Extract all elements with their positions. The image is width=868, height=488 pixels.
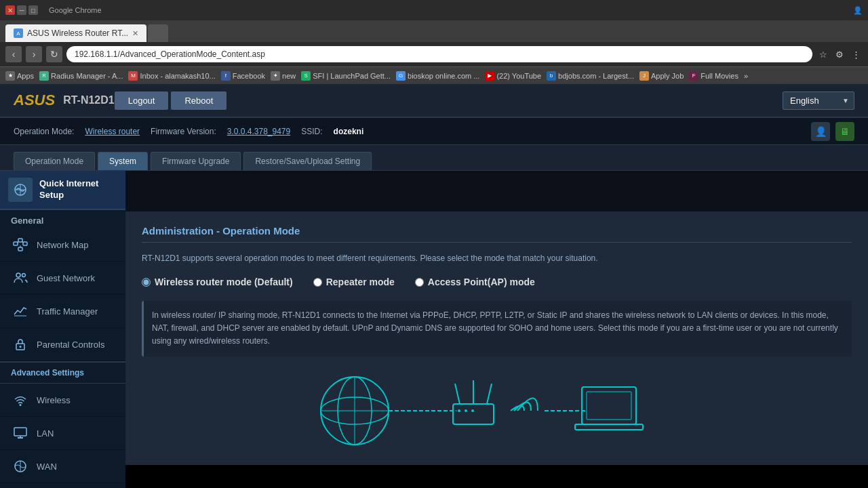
svg-point-10: [16, 273, 20, 277]
radio-wireless-router[interactable]: Wireless router mode (Default): [142, 277, 293, 287]
minimize-btn[interactable]: ─: [17, 5, 26, 15]
forward-btn[interactable]: ›: [26, 46, 42, 62]
network-icon[interactable]: 🖥: [835, 122, 854, 141]
bm-movies[interactable]: F Full Movies: [689, 71, 738, 81]
facebook-icon: f: [221, 71, 231, 81]
svg-rect-16: [14, 428, 26, 436]
youtube-icon: ▶: [485, 71, 494, 81]
refresh-btn[interactable]: ↻: [46, 46, 62, 62]
address-bar[interactable]: [66, 46, 812, 62]
radius-icon: R: [39, 71, 49, 81]
ssid-value: dozekni: [334, 127, 364, 136]
bm-radius[interactable]: R Radius Manager - A...: [39, 71, 123, 81]
quick-internet-setup[interactable]: Quick InternetSetup: [0, 171, 125, 210]
fw-value[interactable]: 3.0.0.4.378_9479: [227, 127, 290, 136]
guest-network-icon: [11, 268, 30, 287]
maximize-btn[interactable]: □: [28, 5, 38, 15]
mode-description: In wireless router/ IP sharing mode, RT-…: [142, 301, 852, 357]
svg-point-11: [22, 274, 26, 277]
sidebar-item-ipv6[interactable]: IPv6 IPv6: [0, 483, 125, 488]
sidebar-item-wan[interactable]: WAN: [0, 450, 125, 483]
applyjob-icon: J: [639, 71, 649, 81]
menu-btn[interactable]: ⋮: [849, 47, 863, 61]
router-icon: [453, 380, 494, 424]
ssid-label: SSID:: [301, 127, 322, 136]
bm-youtube[interactable]: ▶ (22) YouTube: [485, 71, 541, 81]
sidebar-item-traffic-manager[interactable]: Traffic Manager: [0, 295, 125, 328]
quick-setup-icon: [8, 178, 33, 202]
router-header: ASUS RT-N12D1 Logout Reboot English Chin…: [0, 84, 868, 118]
logout-button[interactable]: Logout: [115, 92, 169, 110]
bm-bdjobs[interactable]: b bdjobs.com - Largest...: [547, 71, 634, 81]
more-bookmarks[interactable]: »: [744, 72, 748, 80]
language-select[interactable]: English Chinese Indonesian: [783, 92, 854, 110]
movies-icon: F: [689, 71, 698, 81]
status-bar: Operation Mode: Wireless router Firmware…: [0, 118, 868, 145]
traffic-manager-label: Traffic Manager: [37, 306, 98, 317]
status-icons: 👤 🖥: [811, 122, 854, 141]
sidebar-item-lan[interactable]: LAN: [0, 417, 125, 450]
title-bar: ✕ ─ □ Google Chrome 👤: [0, 0, 868, 20]
bm-facebook[interactable]: f Facebook: [221, 71, 265, 81]
main-content: Administration - Operation Mode RT-N12D1…: [125, 171, 868, 488]
sidebar-item-wireless[interactable]: Wireless: [0, 384, 125, 417]
extensions-btn[interactable]: ⚙: [833, 47, 846, 61]
sidebar-item-guest-network[interactable]: Guest Network: [0, 262, 125, 295]
asus-logo: ASUS: [14, 92, 55, 109]
wireless-label: Wireless: [37, 395, 71, 405]
bm-new[interactable]: ✦ new: [271, 71, 296, 81]
language-selector[interactable]: English Chinese Indonesian ▼: [783, 92, 854, 110]
bookmarks-bar: ★ Apps R Radius Manager - A... M Inbox -…: [0, 66, 868, 84]
reboot-button[interactable]: Reboot: [171, 92, 226, 110]
bioskop-icon: G: [396, 71, 406, 81]
op-mode-label: Operation Mode:: [14, 127, 74, 136]
radio-options: Wireless router mode (Default) Repeater …: [142, 277, 852, 287]
tab-close-btn[interactable]: ✕: [132, 29, 138, 38]
radio-repeater[interactable]: Repeater mode: [313, 277, 395, 287]
wan-icon: [11, 457, 30, 476]
repeater-label: Repeater mode: [326, 277, 395, 287]
op-mode-value[interactable]: Wireless router: [85, 127, 140, 136]
tab-favicon: A: [14, 28, 23, 38]
back-btn[interactable]: ‹: [5, 46, 22, 62]
sidebar-item-parental-controls[interactable]: Parental Controls: [0, 328, 125, 361]
tab-operation-mode[interactable]: Operation Mode: [14, 152, 95, 170]
wireless-router-label: Wireless router mode (Default): [155, 277, 293, 287]
tab-firmware[interactable]: Firmware Upgrade: [151, 152, 241, 170]
model-name: RT-N12D1: [63, 94, 115, 106]
svg-rect-6: [18, 247, 22, 251]
bm-sfi[interactable]: S SFI | LaunchPad Gett...: [301, 71, 391, 81]
bm-bioskop[interactable]: G bioskop online.com ...: [396, 71, 479, 81]
radio-repeater-input[interactable]: [313, 278, 322, 287]
new-tab[interactable]: [148, 24, 168, 42]
wireless-icon: [11, 390, 30, 409]
tab-restore[interactable]: Restore/Save/Upload Setting: [243, 152, 372, 170]
sfi-icon: S: [301, 71, 311, 81]
apps-icon: ★: [5, 71, 15, 81]
tab-system[interactable]: System: [98, 152, 148, 170]
bm-applyjob[interactable]: J Apply Job: [639, 71, 684, 81]
radio-ap-input[interactable]: [415, 278, 424, 287]
svg-point-14: [20, 346, 22, 348]
bookmark-btn[interactable]: ☆: [816, 47, 830, 61]
bm-apps[interactable]: ★ Apps: [5, 71, 34, 81]
general-section-header: General: [0, 210, 125, 228]
bm-inbox[interactable]: M Inbox - alamakash10...: [128, 71, 215, 81]
svg-line-30: [455, 384, 460, 404]
user-icon[interactable]: 👤: [811, 122, 830, 141]
svg-line-8: [22, 241, 23, 243]
radio-ap[interactable]: Access Point(AP) mode: [415, 277, 535, 287]
network-diagram: [142, 370, 852, 451]
nav-icons: ☆ ⚙ ⋮: [816, 47, 863, 61]
router-body: Quick InternetSetup General: [0, 171, 868, 488]
svg-point-35: [471, 409, 474, 412]
radio-wireless-router-input[interactable]: [142, 278, 151, 287]
content-description: RT-N12D1 supports several operation mode…: [142, 252, 852, 264]
ap-label: Access Point(AP) mode: [428, 277, 535, 287]
close-btn[interactable]: ✕: [5, 5, 15, 15]
svg-point-33: [458, 409, 460, 412]
active-tab[interactable]: A ASUS Wireless Router RT... ✕: [5, 24, 146, 42]
fw-label: Firmware Version:: [151, 127, 216, 136]
sidebar-item-network-map[interactable]: Network Map: [0, 228, 125, 262]
new-icon: ✦: [271, 71, 280, 81]
